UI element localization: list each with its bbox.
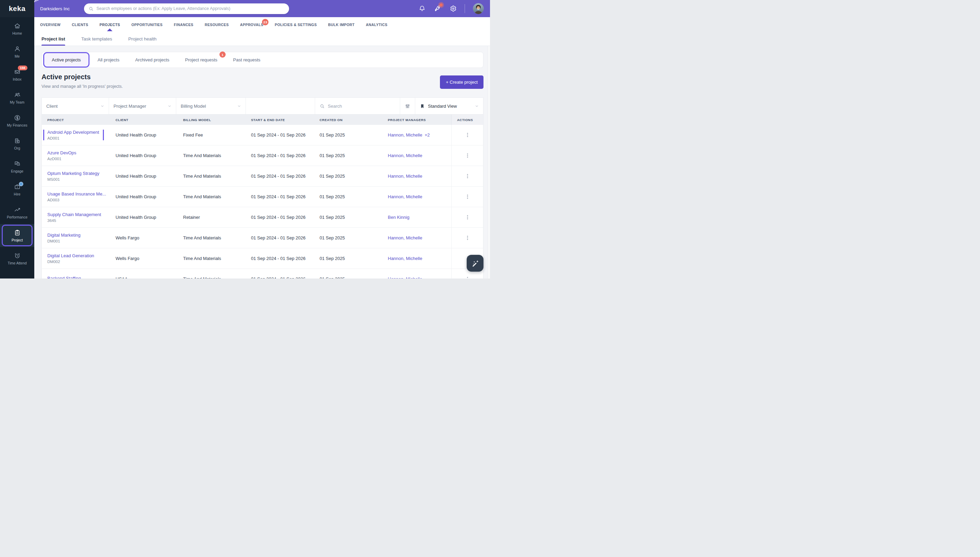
project-code: AD001 [47,136,99,140]
manager-link[interactable]: Hannon, Michelle [388,235,422,240]
table-search[interactable] [315,98,400,114]
table-row: Optum Marketing Strategy MS001 United He… [42,166,483,187]
client-filter-dropdown[interactable]: Client [42,98,109,114]
project-link[interactable]: Android App Development [47,130,99,135]
tab-archived-projects[interactable]: Archived projects [128,53,177,67]
manager-link[interactable]: Ben Kinnig [388,215,410,220]
row-actions-button[interactable] [451,187,483,207]
manager-link[interactable]: Hannon, Michelle [388,256,422,261]
col-project-managers: PROJECT MANAGERS [382,118,451,122]
chevron-down-icon [101,104,104,108]
nav-policies-settings[interactable]: POLICIES & SETTINGS [275,23,317,27]
alarm-icon [14,252,21,259]
sidebar-item-label: Home [12,31,22,35]
kebab-menu-icon [465,194,470,200]
project-link[interactable]: Backend Staffing [47,276,81,278]
project-manager-filter-dropdown[interactable]: Project Manager [109,98,176,114]
nav-opportunities[interactable]: OPPORTUNITIES [131,23,163,27]
tab-past-requests[interactable]: Past requests [226,53,268,67]
notifications-button[interactable] [418,5,426,12]
row-actions-button[interactable] [451,145,483,166]
tab-project-list[interactable]: Project list [42,32,65,46]
nav-projects[interactable]: PROJECTS [99,23,120,27]
keka-logo[interactable]: keka [0,0,34,17]
project-code: 3645 [47,218,101,223]
sidebar-item-label: Hire [14,192,20,196]
sidebar-item-engage[interactable]: Engage [0,155,34,178]
nav-label: CLIENTS [72,23,88,27]
user-avatar[interactable] [473,3,484,14]
view-selector[interactable]: Standard View [415,98,483,114]
manager-link[interactable]: Hannon, Michelle [388,132,422,138]
project-code: AD003 [47,198,105,202]
billing-model-cell: Time And Materials [178,256,245,261]
col-actions: ACTIONS [451,114,483,125]
pill-label: Past requests [233,57,261,62]
sidebar: keka Home Me 156 Inbox My Team My Financ… [0,0,34,278]
nav-approvals[interactable]: APPROVALS23 [240,23,263,27]
page-header: Active projects View and manage all 'In … [42,73,483,89]
sidebar-item-time-attend[interactable]: Time Attend [0,247,34,270]
manager-link[interactable]: Hannon, Michelle [388,174,422,179]
nav-bulk-import[interactable]: BULK IMPORT [328,23,354,27]
manager-link[interactable]: Hannon, Michelle [388,194,422,199]
manager-link[interactable]: Hannon, Michelle [388,153,422,158]
column-settings-button[interactable] [400,98,415,114]
sidebar-item-inbox[interactable]: 156 Inbox [0,63,34,86]
sidebar-item-my-finances[interactable]: My Finances [0,109,34,132]
global-search-input[interactable] [96,6,284,11]
tab-task-templates[interactable]: Task templates [81,32,112,46]
billing-model-cell: Retainer [178,215,245,220]
sidebar-item-performance[interactable]: Performance [0,201,34,224]
start-end-cell: 01 Sep 2024 - 01 Sep 2026 [245,215,314,220]
row-actions-button[interactable] [451,228,483,248]
billing-model-filter-dropdown[interactable]: Billing Model [176,98,246,114]
row-actions-button[interactable] [451,125,483,145]
project-link[interactable]: Optum Marketing Strategy [47,171,99,176]
hire-notification-dot [19,182,23,186]
tab-project-requests[interactable]: Project requests1 [178,53,225,67]
sidebar-item-org[interactable]: Org [0,132,34,155]
sidebar-item-my-team[interactable]: My Team [0,86,34,109]
sidebar-item-hire[interactable]: Hire [0,178,34,201]
page-scrollbar[interactable] [488,46,490,278]
topbar-divider [465,4,465,13]
rocket-notification-dot [440,3,443,7]
col-created-on: CREATED ON [314,118,382,122]
nav-finances[interactable]: FINANCES [174,23,193,27]
client-cell: United Health Group [110,153,178,158]
manager-link[interactable]: Hannon, Michelle [388,277,422,278]
nav-resources[interactable]: RESOURCES [205,23,229,27]
global-search[interactable] [84,3,289,14]
sidebar-item-label: Inbox [13,77,21,81]
settings-button[interactable] [449,5,457,12]
keka-app: keka Home Me 156 Inbox My Team My Financ… [0,0,490,278]
project-link[interactable]: Supply Chain Management [47,212,101,217]
nav-overview[interactable]: OVERVIEW [40,23,61,27]
created-on-cell: 01 Sep 2025 [314,235,382,240]
sidebar-item-home[interactable]: Home [0,17,34,40]
project-link[interactable]: Azure DevOps [47,150,76,155]
client-cell: Wells Fargo [110,256,178,261]
nav-clients[interactable]: CLIENTS [72,23,88,27]
row-actions-button[interactable] [451,166,483,186]
project-link[interactable]: Digital Lead Generation [47,253,94,258]
project-link[interactable]: Usage Based Insurance Me... [47,191,105,197]
ai-assistant-button[interactable] [467,255,483,272]
nav-analytics[interactable]: ANALYTICS [366,23,387,27]
nav-label: PROJECTS [99,23,120,27]
whats-new-button[interactable] [434,5,441,12]
tab-project-health[interactable]: Project health [128,32,157,46]
nav-label: OPPORTUNITIES [131,23,163,27]
created-on-cell: 01 Sep 2025 [314,153,382,158]
tab-active-projects[interactable]: Active projects [44,53,88,67]
project-link[interactable]: Digital Marketing [47,233,81,238]
manager-extra-count[interactable]: +2 [424,132,430,138]
create-project-button[interactable]: + Create project [440,75,483,89]
sidebar-item-me[interactable]: Me [0,40,34,63]
sidebar-item-label: Time Attend [8,261,27,265]
tab-all-projects[interactable]: All projects [90,53,127,67]
table-search-input[interactable] [328,104,395,109]
sidebar-item-project[interactable]: Project [0,224,34,247]
row-actions-button[interactable] [451,207,483,227]
